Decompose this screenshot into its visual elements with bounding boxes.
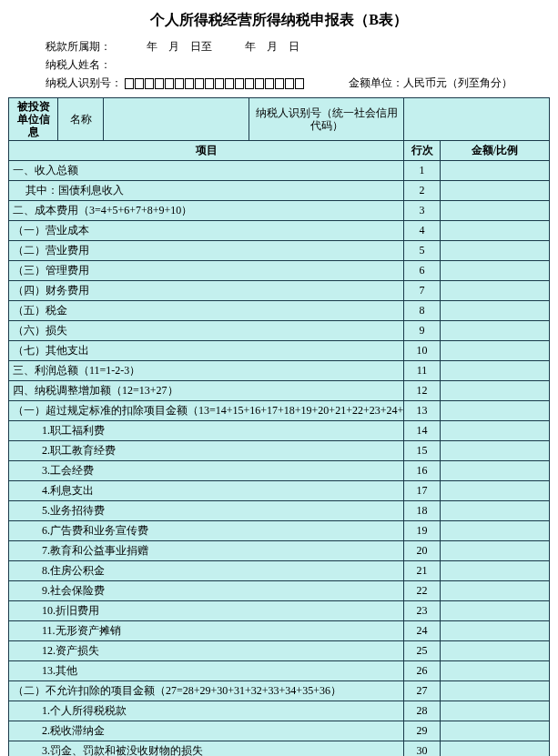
row-amount [441,441,550,461]
table-row: 9.社会保险费22 [9,581,550,601]
row-amount [441,521,550,541]
row-number: 22 [404,581,441,601]
table-row: 三、利润总额（11=1-2-3）11 [9,361,550,381]
table-row: （二）营业费用5 [9,241,550,261]
table-row: （七）其他支出10 [9,341,550,361]
col-item: 项目 [9,141,404,161]
invest-id-value [404,98,550,141]
row-number: 13 [404,401,441,421]
invest-id-label: 纳税人识别号（统一社会信用代码） [249,98,404,141]
row-number: 1 [404,161,441,181]
row-item: 2.职工教育经费 [9,441,404,461]
invest-name-value [104,98,249,141]
row-item: 13.其他 [9,661,404,681]
row-number: 4 [404,221,441,241]
table-row: 3.罚金、罚款和被没收财物的损失30 [9,741,550,757]
period-value: 年 月 日至 年 月 日 [114,40,299,53]
row-item: （二）不允许扣除的项目金额（27=28+29+30+31+32+33+34+35… [9,681,404,701]
row-item: 9.社会保险费 [9,581,404,601]
row-amount [441,381,550,401]
row-amount [441,701,550,721]
taxpayer-id-boxes [125,74,305,92]
row-item: 11.无形资产摊销 [9,621,404,641]
row-item: 4.利息支出 [9,481,404,501]
row-amount [441,321,550,341]
row-amount [441,421,550,441]
row-amount [441,361,550,381]
row-number: 11 [404,361,441,381]
table-row: （三）管理费用6 [9,261,550,281]
row-amount [441,401,550,421]
row-amount [441,541,550,561]
row-number: 19 [404,521,441,541]
row-amount [441,221,550,241]
row-item: 二、成本费用（3=4+5+6+7+8+9+10） [9,201,404,221]
taxpayer-id-label: 纳税人识别号： [46,76,122,89]
table-row: （一）超过规定标准的扣除项目金额（13=14+15+16+17+18+19+20… [9,401,550,421]
row-amount [441,741,550,757]
row-item: （六）损失 [9,321,404,341]
table-row: 7.教育和公益事业捐赠20 [9,541,550,561]
row-amount [441,601,550,621]
row-item: （五）税金 [9,301,404,321]
row-number: 29 [404,721,441,741]
taxpayer-name-label: 纳税人姓名： [46,58,111,71]
row-item: 其中：国债利息收入 [9,181,404,201]
table-row: 2.税收滞纳金29 [9,721,550,741]
row-number: 27 [404,681,441,701]
row-number: 17 [404,481,441,501]
page-title: 个人所得税经营所得纳税申报表（B表） [0,0,558,37]
table-row: （二）不允许扣除的项目金额（27=28+29+30+31+32+33+34+35… [9,681,550,701]
row-amount [441,661,550,681]
row-number: 26 [404,661,441,681]
row-number: 14 [404,421,441,441]
row-item: 三、利润总额（11=1-2-3） [9,361,404,381]
table-row: 11.无形资产摊销24 [9,621,550,641]
row-item: 7.教育和公益事业捐赠 [9,541,404,561]
form-table: 被投资单位信息 名称 纳税人识别号（统一社会信用代码） 项目 行次 金额/比例 … [8,97,550,756]
table-row: 13.其他26 [9,661,550,681]
row-amount [441,461,550,481]
row-item: 10.折旧费用 [9,601,404,621]
row-amount [441,621,550,641]
row-number: 10 [404,341,441,361]
row-item: 3.工会经费 [9,461,404,481]
row-item: （二）营业费用 [9,241,404,261]
row-number: 15 [404,441,441,461]
table-row: 10.折旧费用23 [9,601,550,621]
row-number: 8 [404,301,441,321]
row-number: 25 [404,641,441,661]
table-row: 12.资产损失25 [9,641,550,661]
table-row: 3.工会经费16 [9,461,550,481]
row-amount [441,481,550,501]
row-number: 3 [404,201,441,221]
table-row: （一）营业成本4 [9,221,550,241]
row-amount [441,261,550,281]
table-row: 6.广告费和业务宣传费19 [9,521,550,541]
period-row: 税款所属期： 年 月 日至 年 月 日 [46,37,512,55]
table-row: 8.住房公积金21 [9,561,550,581]
row-item: （一）营业成本 [9,221,404,241]
row-amount [441,721,550,741]
taxpayer-id-row: 纳税人识别号： 金额单位：人民币元（列至角分） [46,74,512,92]
column-header-row: 项目 行次 金额/比例 [9,141,550,161]
row-item: 2.税收滞纳金 [9,721,404,741]
table-row: 4.利息支出17 [9,481,550,501]
row-number: 6 [404,261,441,281]
row-item: 5.业务招待费 [9,501,404,521]
taxpayer-name-row: 纳税人姓名： [46,55,512,74]
period-label: 税款所属期： [46,40,111,53]
row-item: （四）财务费用 [9,281,404,301]
table-row: 1.个人所得税税款28 [9,701,550,721]
row-amount [441,341,550,361]
row-amount [441,281,550,301]
row-number: 28 [404,701,441,721]
currency-unit: 金额单位：人民币元（列至角分） [349,74,512,92]
row-item: 8.住房公积金 [9,561,404,581]
row-item: 四、纳税调整增加额（12=13+27） [9,381,404,401]
row-item: 一、收入总额 [9,161,404,181]
col-row: 行次 [404,141,441,161]
row-amount [441,641,550,661]
row-amount [441,201,550,221]
row-number: 24 [404,621,441,641]
